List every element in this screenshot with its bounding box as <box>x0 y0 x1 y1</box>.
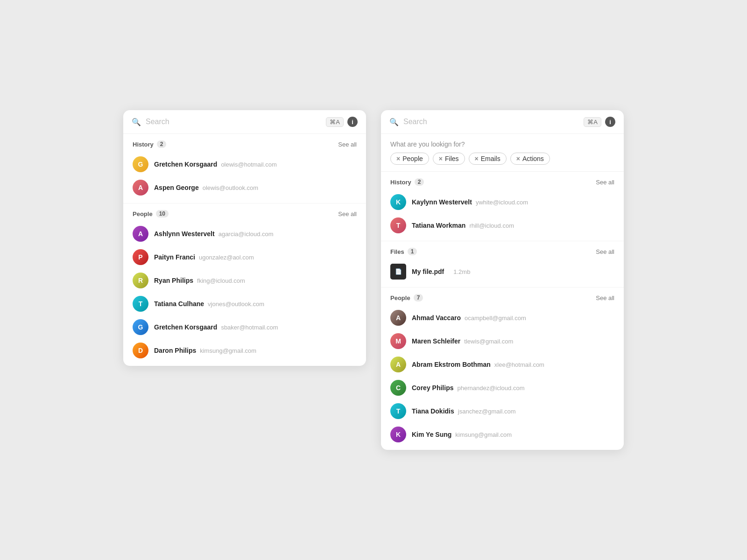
filter-question: What are you lookign for? <box>381 134 624 153</box>
person-email: vjones@outlook.com <box>208 301 264 308</box>
right-history-see-all[interactable]: See all <box>596 179 614 186</box>
chip-label: Files <box>445 155 459 162</box>
right-search-shortcuts: ⌘A i <box>584 117 615 127</box>
person-name: Gretchen Korsgaard <box>154 323 217 331</box>
right-info-icon[interactable]: i <box>605 117 615 127</box>
list-item[interactable]: MMaren Schleifertlewis@gmail.com <box>390 329 614 353</box>
right-history-section: History 2 See all KKaylynn Westerveltywh… <box>381 172 624 241</box>
left-history-header: History 2 See all <box>133 140 357 148</box>
person-email: ugonzalez@aol.com <box>199 254 254 261</box>
list-item[interactable]: AAhmad Vaccaroocampbell@gmail.com <box>390 306 614 329</box>
person-name: Gretchen Korsgaard <box>154 161 217 168</box>
avatar: K <box>390 427 406 442</box>
left-people-header: People 10 See all <box>133 210 357 217</box>
chip-label: Actions <box>522 155 544 162</box>
avatar: A <box>390 357 406 372</box>
right-people-title-group: People 7 <box>390 294 423 301</box>
left-people-items: AAshlynn Westerveltagarcia@icloud.comPPa… <box>133 222 357 362</box>
left-info-icon[interactable]: i <box>347 117 358 127</box>
left-people-title-group: People 10 <box>133 210 169 217</box>
list-item[interactable]: KKaylynn Westerveltywhite@icloud.com <box>390 190 614 214</box>
chip-remove-icon[interactable]: × <box>516 155 520 162</box>
chip-remove-icon[interactable]: × <box>439 155 443 162</box>
person-email: xlee@hotmail.com <box>494 361 544 368</box>
right-files-label: Files <box>390 248 404 255</box>
right-panel: 🔍 ⌘A i What are you lookign for? ×People… <box>381 110 624 450</box>
person-info: Abram Ekstrom Bothmanxlee@hotmail.com <box>412 361 544 368</box>
avatar: T <box>133 296 148 312</box>
person-email: fking@icloud.com <box>197 277 245 284</box>
person-name: Paityn Franci <box>154 253 195 261</box>
person-info: Maren Schleifertlewis@gmail.com <box>412 337 513 345</box>
left-search-shortcuts: ⌘A i <box>326 117 358 127</box>
list-item[interactable]: RRyan Philipsfking@icloud.com <box>133 269 357 292</box>
left-history-title-group: History 2 <box>133 140 166 148</box>
file-icon: 📄 <box>390 264 406 280</box>
person-email: sbaker@hotmail.com <box>221 324 278 331</box>
list-item[interactable]: GGretchen Korsgaardsbaker@hotmail.com <box>133 315 357 339</box>
right-files-see-all[interactable]: See all <box>596 248 614 255</box>
list-item[interactable]: KKim Ye Sungkimsung@gmail.com <box>390 423 614 446</box>
list-item[interactable]: AAshlynn Westerveltagarcia@icloud.com <box>133 222 357 245</box>
right-search-input[interactable] <box>403 118 579 126</box>
chip-label: Emails <box>481 155 500 162</box>
left-search-bar: 🔍 ⌘A i <box>123 110 366 134</box>
list-item[interactable]: TTatiana Culhanevjones@outlook.com <box>133 292 357 315</box>
person-info: Tatiana Workmanrhill@icloud.com <box>412 222 514 229</box>
avatar: M <box>390 333 406 349</box>
avatar: G <box>133 319 148 335</box>
list-item[interactable]: GGretchen Korsgaardolewis@hotmail.com <box>133 153 357 176</box>
right-files-header: Files 1 See all <box>390 248 614 255</box>
chip-remove-icon[interactable]: × <box>475 155 479 162</box>
right-files-count: 1 <box>408 248 417 255</box>
person-email: olewis@outlook.com <box>203 184 258 191</box>
right-files-section: Files 1 See all 📄My file.pdf1.2mb <box>381 241 624 287</box>
person-name: Ryan Philips <box>154 277 193 284</box>
right-people-section: People 7 See all AAhmad Vaccaroocampbell… <box>381 287 624 450</box>
filter-chip[interactable]: ×Actions <box>510 153 550 165</box>
right-search-icon: 🔍 <box>389 118 399 126</box>
left-history-see-all[interactable]: See all <box>338 141 357 148</box>
file-name: My file.pdf <box>412 268 444 275</box>
person-email: ywhite@icloud.com <box>476 199 528 206</box>
filter-chip[interactable]: ×Files <box>433 153 465 165</box>
person-email: phernandez@icloud.com <box>457 385 524 392</box>
search-icon: 🔍 <box>132 118 141 126</box>
list-item[interactable]: TTiana Dokidisjsanchez@gmail.com <box>390 399 614 423</box>
list-item[interactable]: PPaityn Franciugonzalez@aol.com <box>133 245 357 269</box>
list-item[interactable]: 📄My file.pdf1.2mb <box>390 260 614 283</box>
right-people-header: People 7 See all <box>390 294 614 301</box>
right-history-count: 2 <box>415 178 424 186</box>
left-search-input[interactable] <box>146 118 321 126</box>
right-people-count: 7 <box>414 294 423 301</box>
list-item[interactable]: AAspen Georgeolewis@outlook.com <box>133 176 357 199</box>
person-info: Daron Philipskimsung@gmail.com <box>154 347 256 354</box>
person-info: Tatiana Culhanevjones@outlook.com <box>154 300 264 308</box>
avatar: G <box>133 156 148 172</box>
right-people-see-all[interactable]: See all <box>596 294 614 301</box>
panels-container: 🔍 ⌘A i History 2 See all GGretchen Korsg… <box>105 91 642 469</box>
filter-chip[interactable]: ×Emails <box>469 153 507 165</box>
chip-remove-icon[interactable]: × <box>396 155 400 162</box>
right-history-label: History <box>390 179 411 186</box>
left-history-count: 2 <box>157 140 167 148</box>
avatar: T <box>390 403 406 419</box>
right-scroll-area: What are you lookign for? ×People×Files×… <box>381 134 624 450</box>
avatar: K <box>390 194 406 210</box>
person-info: Paityn Franciugonzalez@aol.com <box>154 253 254 261</box>
person-email: ocampbell@gmail.com <box>465 315 526 322</box>
person-email: olewis@hotmail.com <box>221 161 276 168</box>
list-item[interactable]: AAbram Ekstrom Bothmanxlee@hotmail.com <box>390 353 614 376</box>
filter-chip[interactable]: ×People <box>390 153 429 165</box>
left-people-see-all[interactable]: See all <box>338 210 357 217</box>
avatar: D <box>133 343 148 358</box>
person-info: Ahmad Vaccaroocampbell@gmail.com <box>412 314 526 322</box>
right-kbd-badge: ⌘A <box>584 117 601 127</box>
person-info: Tiana Dokidisjsanchez@gmail.com <box>412 407 516 415</box>
list-item[interactable]: CCorey Philipsphernandez@icloud.com <box>390 376 614 399</box>
person-email: jsanchez@gmail.com <box>458 408 516 415</box>
left-scroll-area: History 2 See all GGretchen Korsgaardole… <box>123 134 366 366</box>
person-name: Tatiana Workman <box>412 222 465 229</box>
list-item[interactable]: DDaron Philipskimsung@gmail.com <box>133 339 357 362</box>
list-item[interactable]: TTatiana Workmanrhill@icloud.com <box>390 214 614 237</box>
